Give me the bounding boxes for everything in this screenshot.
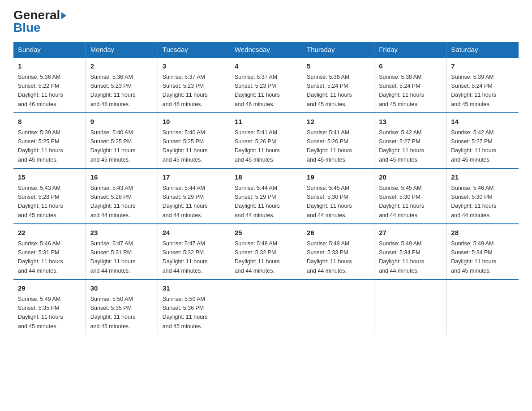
day-number: 16	[90, 172, 153, 183]
calendar-day-10: 10 Sunrise: 5:40 AMSunset: 5:25 PMDaylig…	[158, 113, 230, 168]
day-number: 11	[235, 117, 297, 127]
day-info: Sunrise: 5:41 AMSunset: 5:26 PMDaylight:…	[307, 129, 352, 163]
calendar-day-8: 8 Sunrise: 5:39 AMSunset: 5:25 PMDayligh…	[13, 113, 86, 168]
day-info: Sunrise: 5:43 AMSunset: 5:28 PMDaylight:…	[90, 185, 136, 218]
day-info: Sunrise: 5:50 AMSunset: 5:35 PMDaylight:…	[90, 296, 136, 330]
calendar-empty-cell	[374, 279, 446, 334]
calendar-day-4: 4 Sunrise: 5:37 AMSunset: 5:23 PMDayligh…	[230, 57, 302, 113]
day-info: Sunrise: 5:38 AMSunset: 5:24 PMDaylight:…	[379, 74, 424, 107]
calendar-header-monday: Monday	[86, 42, 158, 57]
day-info: Sunrise: 5:36 AMSunset: 5:23 PMDaylight:…	[90, 74, 136, 107]
calendar-day-5: 5 Sunrise: 5:38 AMSunset: 5:24 PMDayligh…	[302, 57, 374, 113]
day-info: Sunrise: 5:42 AMSunset: 5:27 PMDaylight:…	[379, 129, 424, 163]
calendar-empty-cell	[302, 279, 374, 334]
day-number: 3	[163, 61, 225, 72]
calendar-header-friday: Friday	[374, 42, 446, 57]
calendar-day-11: 11 Sunrise: 5:41 AMSunset: 5:26 PMDaylig…	[230, 113, 302, 168]
day-info: Sunrise: 5:44 AMSunset: 5:29 PMDaylight:…	[163, 185, 208, 218]
logo-blue: Blue	[13, 21, 66, 34]
day-info: Sunrise: 5:49 AMSunset: 5:35 PMDaylight:…	[18, 296, 63, 330]
calendar-table: SundayMondayTuesdayWednesdayThursdayFrid…	[13, 42, 519, 334]
day-number: 15	[18, 172, 81, 183]
day-info: Sunrise: 5:49 AMSunset: 5:34 PMDaylight:…	[451, 240, 496, 274]
day-number: 9	[90, 117, 153, 127]
calendar-day-16: 16 Sunrise: 5:43 AMSunset: 5:28 PMDaylig…	[86, 168, 158, 224]
calendar-day-24: 24 Sunrise: 5:47 AMSunset: 5:32 PMDaylig…	[158, 224, 230, 279]
calendar-day-27: 27 Sunrise: 5:49 AMSunset: 5:34 PMDaylig…	[374, 224, 446, 279]
logo-general: General	[13, 9, 60, 21]
calendar-day-3: 3 Sunrise: 5:37 AMSunset: 5:23 PMDayligh…	[158, 57, 230, 113]
calendar-day-15: 15 Sunrise: 5:43 AMSunset: 5:28 PMDaylig…	[13, 168, 86, 224]
day-info: Sunrise: 5:46 AMSunset: 5:31 PMDaylight:…	[18, 240, 63, 274]
day-number: 13	[379, 117, 442, 127]
calendar-day-22: 22 Sunrise: 5:46 AMSunset: 5:31 PMDaylig…	[13, 224, 86, 279]
day-info: Sunrise: 5:45 AMSunset: 5:30 PMDaylight:…	[307, 185, 352, 218]
day-info: Sunrise: 5:38 AMSunset: 5:24 PMDaylight:…	[307, 74, 352, 107]
calendar-day-13: 13 Sunrise: 5:42 AMSunset: 5:27 PMDaylig…	[374, 113, 446, 168]
calendar-header-tuesday: Tuesday	[158, 42, 230, 57]
calendar-day-18: 18 Sunrise: 5:44 AMSunset: 5:29 PMDaylig…	[230, 168, 302, 224]
calendar-week-row: 22 Sunrise: 5:46 AMSunset: 5:31 PMDaylig…	[13, 224, 519, 279]
calendar-day-30: 30 Sunrise: 5:50 AMSunset: 5:35 PMDaylig…	[86, 279, 158, 334]
day-number: 7	[451, 61, 514, 72]
day-number: 12	[307, 117, 369, 127]
day-info: Sunrise: 5:39 AMSunset: 5:25 PMDaylight:…	[18, 129, 63, 163]
day-info: Sunrise: 5:37 AMSunset: 5:23 PMDaylight:…	[163, 74, 208, 107]
calendar-day-23: 23 Sunrise: 5:47 AMSunset: 5:31 PMDaylig…	[86, 224, 158, 279]
day-number: 26	[307, 228, 369, 238]
calendar-day-20: 20 Sunrise: 5:45 AMSunset: 5:30 PMDaylig…	[374, 168, 446, 224]
calendar-day-6: 6 Sunrise: 5:38 AMSunset: 5:24 PMDayligh…	[374, 57, 446, 113]
day-number: 8	[18, 117, 81, 127]
calendar-body: 1 Sunrise: 5:36 AMSunset: 5:22 PMDayligh…	[13, 57, 519, 334]
day-info: Sunrise: 5:46 AMSunset: 5:30 PMDaylight:…	[451, 185, 496, 218]
calendar-header-saturday: Saturday	[446, 42, 519, 57]
day-number: 4	[235, 61, 297, 72]
day-info: Sunrise: 5:40 AMSunset: 5:25 PMDaylight:…	[90, 129, 136, 163]
calendar-empty-cell	[230, 279, 302, 334]
day-number: 2	[90, 61, 153, 72]
day-info: Sunrise: 5:48 AMSunset: 5:32 PMDaylight:…	[235, 240, 280, 274]
header: General Blue	[13, 9, 519, 34]
day-info: Sunrise: 5:39 AMSunset: 5:24 PMDaylight:…	[451, 74, 496, 107]
day-number: 30	[90, 283, 153, 294]
calendar-day-25: 25 Sunrise: 5:48 AMSunset: 5:32 PMDaylig…	[230, 224, 302, 279]
day-info: Sunrise: 5:47 AMSunset: 5:32 PMDaylight:…	[163, 240, 208, 274]
day-info: Sunrise: 5:45 AMSunset: 5:30 PMDaylight:…	[379, 185, 424, 218]
day-number: 6	[379, 61, 442, 72]
calendar-week-row: 29 Sunrise: 5:49 AMSunset: 5:35 PMDaylig…	[13, 279, 519, 334]
logo-arrow-icon	[61, 12, 66, 19]
day-number: 14	[451, 117, 514, 127]
calendar-day-14: 14 Sunrise: 5:42 AMSunset: 5:27 PMDaylig…	[446, 113, 519, 168]
calendar-day-12: 12 Sunrise: 5:41 AMSunset: 5:26 PMDaylig…	[302, 113, 374, 168]
calendar-day-28: 28 Sunrise: 5:49 AMSunset: 5:34 PMDaylig…	[446, 224, 519, 279]
calendar-header-row: SundayMondayTuesdayWednesdayThursdayFrid…	[13, 42, 519, 57]
calendar-day-7: 7 Sunrise: 5:39 AMSunset: 5:24 PMDayligh…	[446, 57, 519, 113]
day-number: 25	[235, 228, 297, 238]
day-number: 21	[451, 172, 514, 183]
calendar-day-2: 2 Sunrise: 5:36 AMSunset: 5:23 PMDayligh…	[86, 57, 158, 113]
day-number: 31	[163, 283, 225, 294]
calendar-day-29: 29 Sunrise: 5:49 AMSunset: 5:35 PMDaylig…	[13, 279, 86, 334]
day-number: 1	[18, 61, 81, 72]
day-info: Sunrise: 5:44 AMSunset: 5:29 PMDaylight:…	[235, 185, 280, 218]
day-info: Sunrise: 5:48 AMSunset: 5:33 PMDaylight:…	[307, 240, 352, 274]
day-number: 28	[451, 228, 514, 238]
calendar-day-19: 19 Sunrise: 5:45 AMSunset: 5:30 PMDaylig…	[302, 168, 374, 224]
day-number: 5	[307, 61, 369, 72]
day-info: Sunrise: 5:40 AMSunset: 5:25 PMDaylight:…	[163, 129, 208, 163]
day-info: Sunrise: 5:49 AMSunset: 5:34 PMDaylight:…	[379, 240, 424, 274]
calendar-header-wednesday: Wednesday	[230, 42, 302, 57]
day-info: Sunrise: 5:37 AMSunset: 5:23 PMDaylight:…	[235, 74, 280, 107]
day-number: 29	[18, 283, 81, 294]
day-number: 20	[379, 172, 442, 183]
day-number: 22	[18, 228, 81, 238]
calendar-day-26: 26 Sunrise: 5:48 AMSunset: 5:33 PMDaylig…	[302, 224, 374, 279]
calendar-week-row: 8 Sunrise: 5:39 AMSunset: 5:25 PMDayligh…	[13, 113, 519, 168]
day-number: 23	[90, 228, 153, 238]
day-number: 10	[163, 117, 225, 127]
day-info: Sunrise: 5:41 AMSunset: 5:26 PMDaylight:…	[235, 129, 280, 163]
calendar-week-row: 1 Sunrise: 5:36 AMSunset: 5:22 PMDayligh…	[13, 57, 519, 113]
calendar-day-1: 1 Sunrise: 5:36 AMSunset: 5:22 PMDayligh…	[13, 57, 86, 113]
day-info: Sunrise: 5:50 AMSunset: 5:36 PMDaylight:…	[163, 296, 208, 330]
day-number: 18	[235, 172, 297, 183]
